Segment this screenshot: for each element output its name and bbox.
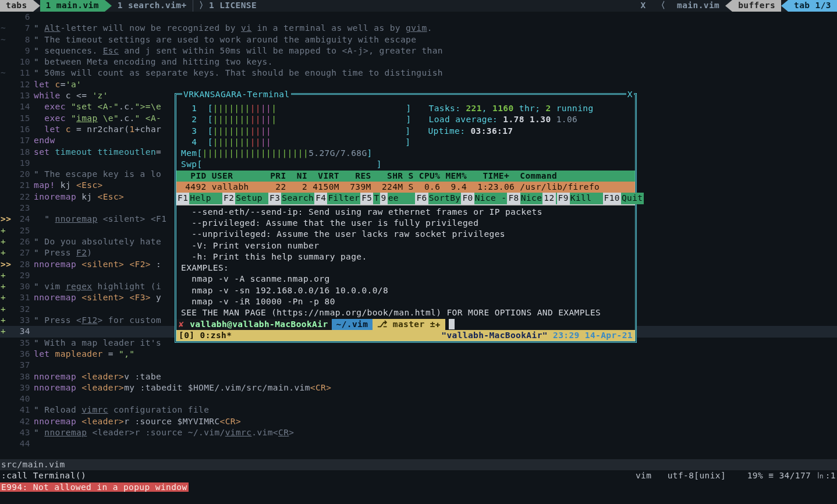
command-line[interactable]: :call Terminal() (0, 470, 837, 481)
code-content[interactable]: " The timeout settings are used to work … (34, 34, 837, 45)
line-number: 27 (13, 247, 34, 258)
line-number: 14 (13, 101, 34, 112)
code-content[interactable]: " nnoremap <leader>r :source ~/.vim/vimr… (34, 427, 837, 438)
line-number: 40 (13, 393, 34, 404)
terminal-output-line: nmap -v -A scanme.nmap.org (181, 274, 630, 285)
code-line[interactable]: ~8" The timeout settings are used to wor… (0, 34, 837, 45)
fkey-f10[interactable]: F10 (603, 193, 621, 204)
code-line[interactable]: 38nnoremap <leader>v :tabe (0, 371, 837, 382)
line-number: 6 (13, 12, 34, 23)
fkey-label[interactable]: Kill (570, 193, 603, 204)
fkey-label[interactable]: SortBy (428, 193, 462, 204)
fkey-f6[interactable]: F6 (415, 193, 428, 204)
statusline: src/main.vim vim utf-8[unix] 19% ≡ 34/17… (0, 459, 837, 470)
line-number: 32 (13, 304, 34, 315)
fkey-f4[interactable]: F4 (314, 193, 327, 204)
code-content[interactable] (34, 360, 837, 371)
fkey-f8[interactable]: F8 (507, 193, 520, 204)
line-number: 10 (13, 56, 34, 68)
fkey-f2[interactable]: F2 (222, 193, 235, 204)
fkey-label[interactable]: T (373, 193, 380, 204)
line-number: 31 (13, 292, 34, 303)
code-content[interactable]: " 50ms will count as separate keys. That… (34, 68, 837, 79)
prompt-user-host: vallabh@vallabh-MacBookAir (186, 319, 331, 330)
code-line[interactable]: 43" nnoremap <leader>r :source ~/.vim/vi… (0, 427, 837, 438)
fkey-f5[interactable]: F5 (360, 193, 373, 204)
fkey-9[interactable]: 9 (380, 193, 388, 204)
gutter-sign (0, 45, 13, 56)
code-line[interactable]: 37 (0, 360, 837, 371)
htop-function-keys[interactable]: F1Help F2Setup F3SearchF4FilterF5T9ee F6… (176, 193, 635, 204)
tabline-label-tabs: tabs (0, 0, 33, 12)
line-number: 38 (13, 371, 34, 382)
fkey-12[interactable]: 12 (542, 193, 555, 204)
line-number: 26 (13, 236, 34, 247)
line-number: 22 (13, 191, 34, 203)
code-line[interactable]: 36let mapleader = "," (0, 349, 837, 360)
cursor-icon (449, 319, 455, 329)
terminal-popup[interactable]: VRKANSAGARA-Terminal X 1 [||||||||||||]T… (175, 93, 637, 343)
terminal-output-line: nmap -v -iR 10000 -Pn -p 80 (181, 296, 630, 307)
tmux-statusbar: [0] 0:zsh* "vallabh-MacBookAir" 23:29 14… (176, 330, 635, 341)
gutter-sign (0, 90, 13, 101)
process-table-row[interactable]: 4492 vallabh 22 2 4150M 739M 224M S 0.6 … (176, 182, 635, 193)
fkey-label[interactable]: Setup (235, 193, 268, 204)
fkey-label[interactable]: ee (388, 193, 416, 204)
code-line[interactable]: 44 (0, 438, 837, 449)
code-content[interactable]: let mapleader = "," (34, 349, 837, 360)
line-number: 41 (13, 404, 34, 416)
code-content[interactable]: " Alt-letter will now be recognized by v… (34, 23, 837, 34)
fkey-label[interactable]: Filter (327, 193, 360, 204)
fkey-label[interactable]: Nice - (474, 193, 508, 204)
fkey-label[interactable]: Quit (621, 193, 644, 204)
code-content[interactable]: nnoremap <leader>r :source $MYVIMRC<CR> (34, 416, 837, 427)
code-line[interactable]: 12let c='a' (0, 79, 837, 90)
gutter-sign (0, 349, 13, 360)
gutter-sign (0, 169, 13, 180)
code-content[interactable]: " sequences. Esc and j sent within 50ms … (34, 45, 837, 56)
code-line[interactable]: 9" sequences. Esc and j sent within 50ms… (0, 45, 837, 56)
fkey-label[interactable]: Search (281, 193, 314, 204)
code-line[interactable]: 6 (0, 12, 837, 23)
code-content[interactable]: " between Meta encoding and hitting two … (34, 56, 837, 68)
code-content[interactable]: nnoremap <leader>v :tabe (34, 371, 837, 382)
fkey-f1[interactable]: F1 (176, 193, 189, 204)
process-table-header[interactable]: PID USER PRI NI VIRT RES SHR S CPU% MEM%… (176, 171, 635, 182)
tab-main-vim[interactable]: 1 main.vim (40, 0, 105, 12)
gutter-sign (0, 124, 13, 135)
tab-search-vim[interactable]: 1 search.vim+ (112, 0, 193, 12)
code-content[interactable]: nnoremap <leader>my :tabedit $HOME/.vim/… (34, 382, 837, 393)
buffer-current[interactable]: main.vim (671, 0, 725, 12)
line-number: 25 (13, 225, 34, 236)
code-line[interactable]: ~11" 50ms will count as separate keys. T… (0, 68, 837, 79)
code-line[interactable]: ~7" Alt-letter will now be recognized by… (0, 23, 837, 34)
popup-close-button[interactable]: X (626, 89, 634, 100)
code-content[interactable]: let c='a' (34, 79, 837, 90)
fkey-label[interactable]: Help (189, 193, 222, 204)
prompt-status-icon: ✘ (176, 319, 186, 330)
code-line[interactable]: 40 (0, 393, 837, 404)
code-content[interactable]: " Reload vimrc configuration file (34, 404, 837, 416)
gutter-sign (0, 147, 13, 158)
code-line[interactable]: 41" Reload vimrc configuration file (0, 404, 837, 416)
fkey-label[interactable]: Nice (520, 193, 543, 204)
nmap-output: --send-eth/--send-ip: Send using raw eth… (176, 207, 635, 319)
code-content[interactable] (34, 393, 837, 404)
gutter-sign: + (0, 326, 13, 337)
code-line[interactable]: 42nnoremap <leader>r :source $MYVIMRC<CR… (0, 416, 837, 427)
gutter-sign: + (0, 236, 13, 247)
cpu-meter: 1 [||||||||||||]Tasks: 221, 1160 thr; 2 … (181, 103, 630, 114)
line-number: 30 (13, 281, 34, 292)
fkey-f3[interactable]: F3 (268, 193, 281, 204)
gutter-sign (0, 113, 13, 124)
tab-license[interactable]: 1 LICENSE (203, 0, 263, 12)
fkey-f9[interactable]: F9 (557, 193, 570, 204)
code-content[interactable] (34, 12, 837, 23)
code-line[interactable]: 10" between Meta encoding and hitting tw… (0, 56, 837, 68)
tab-close-button[interactable]: X (636, 0, 651, 12)
code-content[interactable] (34, 438, 837, 449)
code-line[interactable]: 39nnoremap <leader>my :tabedit $HOME/.vi… (0, 382, 837, 393)
fkey-f0[interactable]: F0 (461, 193, 474, 204)
tmux-host: "vallabh-MacBookAir" (441, 331, 548, 340)
shell-prompt[interactable]: ✘ vallabh@vallabh-MacBookAir ~/.vim ⎇ ma… (176, 319, 635, 330)
